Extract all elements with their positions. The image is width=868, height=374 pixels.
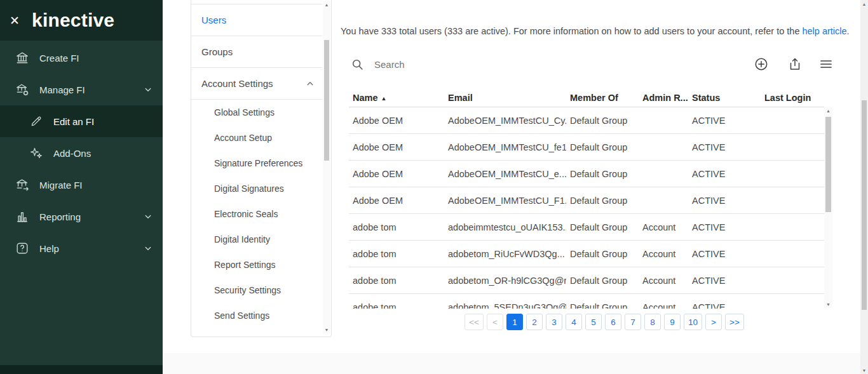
pagination-first[interactable]: << [465, 314, 484, 330]
cell-status: ACTIVE [688, 142, 761, 152]
column-header-admin-role[interactable]: Admin R... [639, 93, 688, 103]
table-row[interactable]: adobe tom adobetom_OR-h9lCG3Qg@r... Defa… [349, 267, 824, 294]
panel-item-users[interactable]: Users [191, 4, 322, 36]
pagination-page-6[interactable]: 6 [605, 314, 621, 330]
sidebar-item-reporting[interactable]: Reporting [0, 201, 163, 232]
add-user-button[interactable] [754, 57, 769, 72]
pagination-page-7[interactable]: 7 [625, 314, 641, 330]
scroll-down-icon[interactable]: ▼ [860, 366, 868, 374]
panel-scrollbar[interactable]: ▲ ▼ [323, 1, 330, 333]
scroll-up-icon[interactable]: ▲ [860, 0, 868, 8]
sidebar-item-migrate-fi[interactable]: Migrate FI [0, 169, 163, 201]
table-row[interactable]: adobe tom adobetom_RiUcFvWD3Qg... Defaul… [349, 241, 824, 267]
pagination-page-8[interactable]: 8 [644, 314, 661, 330]
cell-status: ACTIVE [688, 249, 761, 259]
pagination-page-10[interactable]: 10 [684, 314, 702, 330]
column-header-name[interactable]: Name▲ [349, 93, 444, 103]
panel-subitem-electronic-seals[interactable]: Electronic Seals [191, 201, 322, 227]
cell-name: Adobe OEM [349, 142, 444, 152]
table-row[interactable]: Adobe OEM AdobeOEM_IMMTestCU_F1... Defau… [349, 187, 824, 214]
panel-item-label: Users [201, 15, 226, 25]
page-scrollbar-thumb[interactable] [862, 100, 867, 310]
cell-email: AdobeOEM_IMMTestCU_Cy... [444, 116, 566, 126]
sidebar-footer [0, 365, 163, 374]
cell-name: adobe tom [349, 302, 444, 309]
scroll-down-icon[interactable]: ▼ [824, 300, 832, 308]
pagination-last[interactable]: >> [725, 314, 744, 330]
page-scrollbar[interactable]: ▲ ▼ [860, 0, 868, 374]
column-header-member-of[interactable]: Member Of [566, 93, 639, 103]
cell-member-of: Default Group [566, 196, 639, 206]
panel-scrollbar-thumb[interactable] [324, 40, 329, 161]
cell-member-of: Default Group [566, 302, 639, 309]
pagination-next[interactable]: > [705, 314, 722, 330]
table-row[interactable]: Adobe OEM AdobeOEM_IMMTestCU_fe1... Defa… [349, 134, 824, 161]
cell-member-of: Default Group [566, 276, 639, 286]
column-header-label: Admin R... [642, 93, 688, 103]
sidebar-item-help[interactable]: Help [0, 232, 163, 264]
pagination-prev[interactable]: < [487, 314, 503, 330]
search-bar[interactable] [351, 57, 522, 71]
cell-status: ACTIVE [688, 196, 761, 206]
panel-item-label: Account Settings [201, 78, 273, 89]
panel-subitem-report-settings[interactable]: Report Settings [191, 252, 322, 277]
export-icon[interactable] [787, 57, 803, 72]
panel-subitem-digital-signatures[interactable]: Digital Signatures [191, 176, 322, 201]
pagination-page-3[interactable]: 3 [546, 314, 562, 330]
help-article-link[interactable]: help article. [802, 26, 849, 36]
bar-chart-icon [15, 210, 29, 224]
column-header-last-login[interactable]: Last Login [761, 93, 824, 103]
panel-subitem-account-setup[interactable]: Account Setup [191, 125, 322, 150]
pagination-page-9[interactable]: 9 [664, 314, 681, 330]
panel-subitem-security-settings[interactable]: Security Settings [191, 277, 322, 303]
table-row[interactable]: Adobe OEM AdobeOEM_IMMTestCU_Cy... Defau… [349, 107, 824, 134]
scroll-up-icon[interactable]: ▲ [824, 107, 832, 114]
column-header-email[interactable]: Email [444, 93, 566, 103]
cell-status: ACTIVE [688, 302, 761, 309]
panel-item-label: Groups [201, 46, 233, 57]
sidebar-item-edit-an-fi[interactable]: Edit an FI [0, 105, 163, 137]
cell-name: Adobe OEM [349, 116, 444, 126]
pagination-page-1[interactable]: 1 [506, 314, 523, 330]
menu-icon[interactable] [818, 57, 834, 72]
column-header-label: Last Login [764, 93, 811, 103]
sidebar-item-create-fi[interactable]: Create FI [0, 42, 163, 74]
panel-item-groups[interactable]: Groups [191, 36, 322, 68]
table-scrollbar-thumb[interactable] [825, 117, 831, 212]
bank-icon [15, 51, 29, 65]
chevron-down-icon[interactable] [142, 84, 154, 95]
pagination-page-2[interactable]: 2 [526, 314, 543, 330]
sidebar-item-manage-fi[interactable]: Manage FI [0, 74, 163, 105]
column-header-label: Status [692, 93, 720, 103]
close-icon[interactable]: ✕ [10, 15, 24, 27]
column-header-status[interactable]: Status [688, 93, 761, 103]
app-window: ✕ kinective Create FI Manage FI [0, 0, 868, 374]
pagination-page-5[interactable]: 5 [585, 314, 602, 330]
table-header-row: Name▲ Email Member Of Admin R... Status … [349, 89, 824, 107]
panel-subitem-send-settings[interactable]: Send Settings [191, 303, 322, 328]
panel-subitem-label: Digital Signatures [214, 184, 284, 194]
search-input[interactable] [373, 58, 522, 70]
panel-subitem-global-settings[interactable]: Global Settings [191, 100, 322, 125]
chevron-up-icon[interactable] [304, 78, 316, 90]
panel-subitem-signature-preferences[interactable]: Signature Preferences [191, 150, 322, 176]
scroll-up-icon[interactable]: ▲ [323, 1, 330, 8]
chevron-down-icon[interactable] [142, 211, 154, 222]
panel-cutoff-item [191, 0, 322, 4]
chevron-down-icon[interactable] [142, 243, 154, 254]
panel-subitem-digital-identity[interactable]: Digital Identity [191, 227, 322, 252]
sidebar-item-add-ons[interactable]: Add-Ons [0, 137, 163, 169]
cell-email: AdobeOEM_IMMTestCU_fe1... [444, 142, 566, 152]
scroll-down-icon[interactable]: ▼ [323, 326, 330, 333]
table-body: Adobe OEM AdobeOEM_IMMTestCU_Cy... Defau… [349, 107, 824, 309]
table-row[interactable]: Adobe OEM AdobeOEM_IMMTestCU_e... Defaul… [349, 161, 824, 187]
panel-item-account-settings[interactable]: Account Settings [191, 68, 322, 100]
cell-name: Adobe OEM [349, 196, 444, 206]
table-row[interactable]: adobe tom adobeimmtestcu_oUAIK153... Def… [349, 214, 824, 241]
app-logo: kinective [32, 10, 114, 31]
cell-email: adobetom_RiUcFvWD3Qg... [444, 249, 566, 259]
table-row[interactable]: adobe tom adobetom_5SEDn3uG3Qg@... Defau… [349, 294, 824, 309]
table-scrollbar[interactable]: ▲ ▼ [824, 107, 832, 308]
content-bottom-background [163, 353, 860, 374]
pagination-page-4[interactable]: 4 [566, 314, 582, 330]
